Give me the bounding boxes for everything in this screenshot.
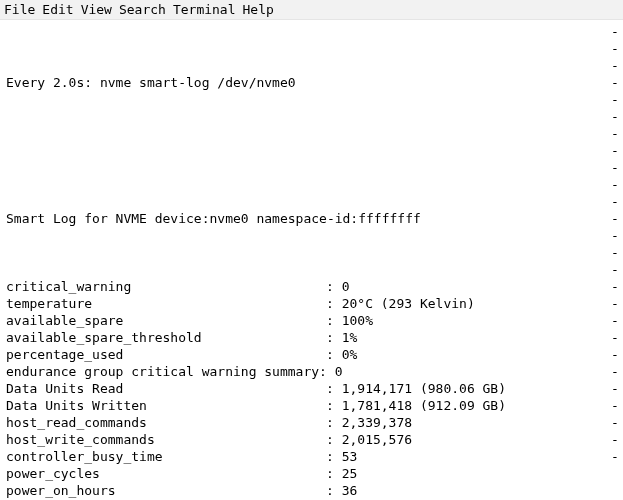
- border-dash: -: [611, 91, 619, 108]
- row-value: 0%: [342, 346, 358, 363]
- smartlog-row: Data Units Written: 1,781,418 (912.09 GB…: [6, 397, 617, 414]
- row-value: 53: [342, 448, 358, 465]
- border-dash: -: [611, 176, 619, 193]
- border-dash: -: [611, 329, 619, 346]
- row-separator: :: [326, 312, 342, 329]
- smartlog-main-rows: critical_warning: 0temperature: 20°C (29…: [6, 278, 617, 500]
- border-dash: -: [611, 431, 619, 448]
- smartlog-row: power_cycles: 25: [6, 465, 617, 482]
- row-label: power_cycles: [6, 465, 326, 482]
- menu-search[interactable]: Search: [119, 0, 173, 19]
- smartlog-row: endurance group critical warning summary…: [6, 363, 617, 380]
- row-separator: :: [326, 482, 342, 499]
- border-dash: -: [611, 312, 619, 329]
- row-separator: :: [326, 414, 342, 431]
- border-dash: -: [611, 380, 619, 397]
- row-value: 1,781,418 (912.09 GB): [342, 397, 506, 414]
- row-value: 2,339,378: [342, 414, 412, 431]
- row-label: temperature: [6, 295, 326, 312]
- border-dash: -: [611, 363, 619, 380]
- border-dash: -: [611, 57, 619, 74]
- smartlog-row: critical_warning: 0: [6, 278, 617, 295]
- row-separator: :: [326, 448, 342, 465]
- row-value: 20°C (293 Kelvin): [342, 295, 475, 312]
- smartlog-row: available_spare_threshold: 1%: [6, 329, 617, 346]
- watch-prefix: Every 2.0s:: [6, 74, 100, 91]
- row-separator: :: [326, 431, 342, 448]
- smartlog-row: percentage_used: 0%: [6, 346, 617, 363]
- border-dash: -: [611, 448, 619, 465]
- row-value: 36: [342, 482, 358, 499]
- row-value: 0: [342, 278, 350, 295]
- row-label: Data Units Read: [6, 380, 326, 397]
- border-dash: -: [611, 23, 619, 40]
- smartlog-header-text: Smart Log for NVME device:nvme0 namespac…: [6, 210, 421, 227]
- menu-edit[interactable]: Edit: [42, 0, 80, 19]
- row-value: 1,914,171 (980.06 GB): [342, 380, 506, 397]
- smartlog-row: available_spare: 100%: [6, 312, 617, 329]
- border-dash: -: [611, 142, 619, 159]
- border-dash: -: [611, 397, 619, 414]
- row-label: available_spare: [6, 312, 326, 329]
- row-label: host_read_commands: [6, 414, 326, 431]
- row-label: critical_warning: [6, 278, 326, 295]
- row-separator: :: [326, 346, 342, 363]
- row-label: controller_busy_time: [6, 448, 326, 465]
- border-dash: -: [611, 125, 619, 142]
- row-separator: :: [326, 380, 342, 397]
- terminal-viewport[interactable]: Every 2.0s: nvme smart-log /dev/nvme0 Sm…: [0, 20, 623, 500]
- row-label: power_on_hours: [6, 482, 326, 499]
- menu-file[interactable]: File: [4, 0, 42, 19]
- watch-header: Every 2.0s: nvme smart-log /dev/nvme0: [6, 74, 617, 91]
- row-label: host_write_commands: [6, 431, 326, 448]
- menubar: File Edit View Search Terminal Help: [0, 0, 623, 20]
- row-separator: :: [326, 397, 342, 414]
- row-value: 100%: [342, 312, 373, 329]
- blank-line: [6, 142, 617, 159]
- border-dash: -: [611, 159, 619, 176]
- row-separator: :: [326, 295, 342, 312]
- row-separator: :: [326, 329, 342, 346]
- row-label: Data Units Written: [6, 397, 326, 414]
- right-border-dashes: --------------------------: [611, 23, 619, 465]
- border-dash: -: [611, 40, 619, 57]
- border-dash: -: [611, 108, 619, 125]
- watch-command: nvme smart-log /dev/nvme0: [100, 74, 296, 91]
- border-dash: -: [611, 261, 619, 278]
- smartlog-row: power_on_hours: 36: [6, 482, 617, 499]
- row-value: 25: [342, 465, 358, 482]
- menu-help[interactable]: Help: [243, 0, 281, 19]
- smartlog-row: host_write_commands: 2,015,576: [6, 431, 617, 448]
- smartlog-row: Data Units Read: 1,914,171 (980.06 GB): [6, 380, 617, 397]
- border-dash: -: [611, 346, 619, 363]
- row-label: percentage_used: [6, 346, 326, 363]
- smartlog-row: host_read_commands: 2,339,378: [6, 414, 617, 431]
- border-dash: -: [611, 74, 619, 91]
- border-dash: -: [611, 227, 619, 244]
- border-dash: -: [611, 193, 619, 210]
- smartlog-header: Smart Log for NVME device:nvme0 namespac…: [6, 210, 617, 227]
- border-dash: -: [611, 295, 619, 312]
- row-value: 1%: [342, 329, 358, 346]
- smartlog-row: controller_busy_time: 53: [6, 448, 617, 465]
- border-dash: -: [611, 414, 619, 431]
- row-separator: :: [326, 465, 342, 482]
- border-dash: -: [611, 210, 619, 227]
- menu-view[interactable]: View: [81, 0, 119, 19]
- border-dash: -: [611, 244, 619, 261]
- row-value: 2,015,576: [342, 431, 412, 448]
- border-dash: -: [611, 278, 619, 295]
- menu-terminal[interactable]: Terminal: [173, 0, 243, 19]
- row-separator: :: [326, 278, 342, 295]
- row-label: available_spare_threshold: [6, 329, 326, 346]
- smartlog-row: temperature: 20°C (293 Kelvin): [6, 295, 617, 312]
